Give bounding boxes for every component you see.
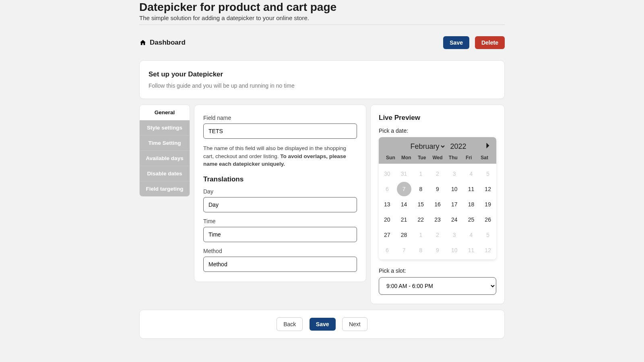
calendar-day: 1 [412, 166, 429, 181]
pick-slot-label: Pick a slot: [379, 267, 496, 274]
tab-field-targeting[interactable]: Field targeting [140, 181, 190, 196]
calendar-dow: Wed [430, 154, 446, 161]
calendar-day[interactable]: 20 [379, 212, 396, 227]
method-label: Method [203, 248, 357, 254]
calendar-day[interactable]: 24 [446, 212, 463, 227]
month-select[interactable]: February [409, 142, 446, 151]
calendar-dow: Sun [383, 154, 398, 161]
translations-title: Translations [203, 175, 357, 183]
calendar-day: 1 [412, 227, 429, 243]
footer-card: Back Save Next [139, 310, 505, 339]
calendar-day[interactable]: 26 [479, 212, 496, 227]
calendar-day[interactable]: 21 [396, 212, 413, 227]
calendar-day: 3 [446, 227, 463, 243]
calendar-day[interactable]: 18 [463, 197, 480, 212]
calendar-day: 3 [446, 166, 463, 181]
calendar-day: 5 [479, 166, 496, 181]
tab-time-setting[interactable]: Time Setting [140, 136, 190, 151]
calendar-day: 10 [446, 243, 463, 258]
year-label: 2022 [450, 142, 466, 151]
calendar-day: 6 [379, 243, 396, 258]
day-input[interactable] [203, 197, 357, 212]
tab-available-days[interactable]: Available days [140, 151, 190, 166]
calendar-day: 6 [379, 181, 396, 197]
calendar-day[interactable]: 23 [429, 212, 446, 227]
calendar-day[interactable]: 19 [479, 197, 496, 212]
save-button[interactable]: Save [443, 36, 469, 49]
field-name-input[interactable] [203, 123, 357, 139]
slot-select[interactable]: 9:00 AM - 6:00 PM [379, 277, 496, 295]
page-title: Datepicker for product and cart page [139, 1, 505, 14]
tab-list: GeneralStyle settingsTime SettingAvailab… [139, 105, 190, 197]
page-subtitle: The simple solution for adding a datepic… [139, 14, 505, 21]
calendar-day[interactable]: 22 [412, 212, 429, 227]
dashboard-label: Dashboard [150, 39, 186, 47]
chevron-right-icon [486, 143, 490, 148]
calendar-day[interactable]: 12 [479, 181, 496, 197]
calendar-day[interactable]: 16 [429, 197, 446, 212]
calendar: February 2022 SunMonTueWedThuFriSat 3031… [379, 137, 496, 259]
calendar-day: 30 [379, 166, 396, 181]
calendar-day: 2 [429, 227, 446, 243]
calendar-day: 31 [396, 166, 413, 181]
day-label: Day [203, 188, 357, 195]
setup-title: Set up your Datepicker [149, 70, 495, 78]
calendar-day[interactable]: 25 [463, 212, 480, 227]
form-card: Field name The name of this field will a… [194, 105, 366, 282]
pick-date-label: Pick a date: [379, 128, 496, 134]
calendar-dow: Tue [414, 154, 430, 161]
calendar-day: 8 [412, 243, 429, 258]
calendar-day[interactable]: 14 [396, 197, 413, 212]
time-label: Time [203, 218, 357, 224]
calendar-day: 11 [463, 243, 480, 258]
setup-card: Set up your Datepicker Follow this guide… [139, 60, 505, 99]
calendar-day: 2 [429, 166, 446, 181]
calendar-day: 4 [463, 166, 480, 181]
calendar-day: 7 [396, 243, 413, 258]
calendar-day: 12 [479, 243, 496, 258]
calendar-day: 4 [463, 227, 480, 243]
preview-card: Live Preview Pick a date: February 2022 [370, 105, 505, 304]
next-month-button[interactable] [482, 143, 490, 150]
calendar-day[interactable]: 17 [446, 197, 463, 212]
next-button[interactable]: Next [342, 317, 367, 331]
method-input[interactable] [203, 257, 357, 272]
calendar-day[interactable]: 13 [379, 197, 396, 212]
calendar-day: 5 [479, 227, 496, 243]
field-name-help: The name of this field will also be disp… [203, 144, 357, 168]
divider [139, 25, 505, 25]
field-name-label: Field name [203, 115, 357, 121]
back-button[interactable]: Back [277, 317, 303, 331]
preview-title: Live Preview [379, 114, 496, 122]
calendar-dow: Fri [461, 154, 477, 161]
setup-subtitle: Follow this guide and you will be up and… [149, 82, 495, 89]
calendar-day[interactable]: 9 [429, 181, 446, 197]
calendar-day[interactable]: 15 [412, 197, 429, 212]
home-icon [139, 39, 147, 46]
calendar-day: 9 [429, 243, 446, 258]
tab-disable-dates[interactable]: Disable dates [140, 166, 190, 181]
calendar-dow: Mon [398, 154, 414, 161]
calendar-day[interactable]: 7 [396, 181, 413, 197]
calendar-day[interactable]: 11 [463, 181, 480, 197]
dashboard-link[interactable]: Dashboard [139, 39, 186, 47]
tab-style-settings[interactable]: Style settings [140, 120, 190, 136]
footer-save-button[interactable]: Save [310, 318, 336, 331]
calendar-dow: Sat [477, 154, 492, 161]
tab-general[interactable]: General [140, 105, 190, 120]
calendar-day[interactable]: 28 [396, 227, 413, 243]
delete-button[interactable]: Delete [475, 36, 505, 49]
calendar-day[interactable]: 10 [446, 181, 463, 197]
calendar-dow: Thu [445, 154, 461, 161]
calendar-day[interactable]: 27 [379, 227, 396, 243]
calendar-day[interactable]: 8 [412, 181, 429, 197]
time-input[interactable] [203, 227, 357, 242]
